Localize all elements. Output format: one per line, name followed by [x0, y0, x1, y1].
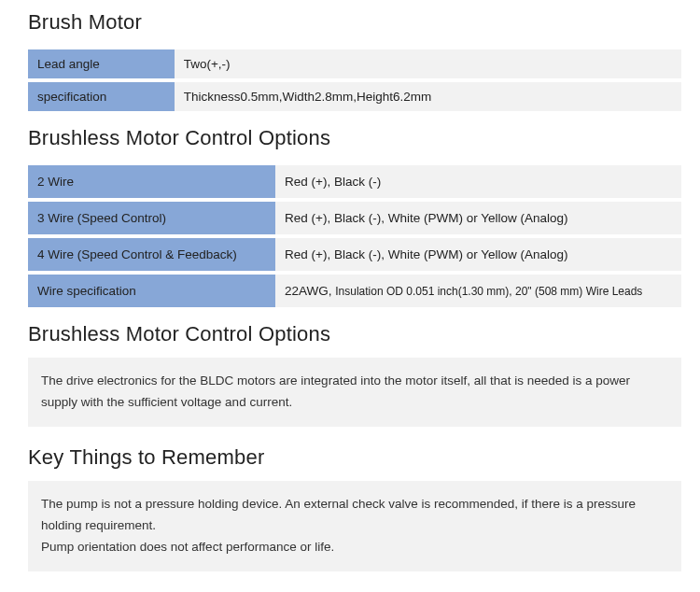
wire-spec-detail: Insulation OD 0.051 inch(1.30 mm), 20" (…	[335, 285, 642, 298]
cell-key: 2 Wire	[28, 165, 275, 198]
heading-brushless-options-note: Brushless Motor Control Options	[28, 322, 681, 346]
table-row: Wire specification 22AWG, Insulation OD …	[28, 275, 681, 307]
heading-brushless-options-table: Brushless Motor Control Options	[28, 126, 681, 150]
table-brushless-options: 2 Wire Red (+), Black (-) 3 Wire (Speed …	[28, 162, 681, 311]
wire-spec-prefix: 22AWG,	[285, 284, 335, 298]
cell-key: Wire specification	[28, 275, 275, 307]
cell-val: Red (+), Black (-)	[275, 165, 681, 198]
heading-key-things: Key Things to Remember	[28, 445, 681, 470]
table-row: 2 Wire Red (+), Black (-)	[28, 165, 681, 198]
cell-key: Lead angle	[28, 49, 175, 78]
table-row: 4 Wire (Speed Control & Feedback) Red (+…	[28, 238, 681, 271]
table-row: Lead angle Two(+,-)	[28, 49, 681, 78]
note-box-key-things: The pump is not a pressure holding devic…	[28, 481, 681, 571]
table-row: specification Thickness0.5mm,Width2.8mm,…	[28, 82, 681, 111]
cell-key: 3 Wire (Speed Control)	[28, 202, 275, 234]
table-brush-motor: Lead angle Two(+,-) specification Thickn…	[28, 46, 681, 115]
note-box-drive-electronics: The drive electronics for the BLDC motor…	[28, 358, 681, 427]
cell-val: Thickness0.5mm,Width2.8mm,Height6.2mm	[175, 82, 681, 111]
cell-val: Red (+), Black (-), White (PWM) or Yello…	[275, 238, 681, 271]
note-text: The drive electronics for the BLDC motor…	[41, 374, 630, 409]
note-line-2: Pump orientation does not affect perform…	[41, 537, 668, 558]
cell-val: Two(+,-)	[175, 49, 681, 78]
cell-val: 22AWG, Insulation OD 0.051 inch(1.30 mm)…	[275, 275, 681, 307]
heading-brush-motor: Brush Motor	[28, 10, 681, 35]
cell-val: Red (+), Black (-), White (PWM) or Yello…	[275, 202, 681, 234]
cell-key: 4 Wire (Speed Control & Feedback)	[28, 238, 275, 271]
table-row: 3 Wire (Speed Control) Red (+), Black (-…	[28, 202, 681, 234]
note-line-1: The pump is not a pressure holding devic…	[41, 494, 668, 537]
cell-key: specification	[28, 82, 175, 111]
